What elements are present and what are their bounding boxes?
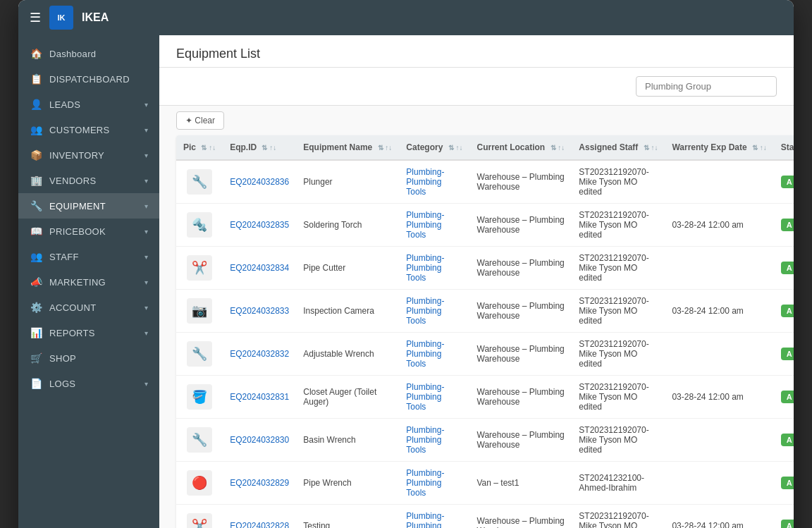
col-header-status: Statu ⇅ ↑↓ — [774, 135, 794, 160]
category-link-8[interactable]: Plumbing-Plumbing Tools — [406, 511, 444, 528]
sidebar-label-staff: STAFF — [49, 252, 137, 262]
cell-category-6[interactable]: Plumbing-Plumbing Tools — [399, 419, 469, 462]
cell-equipment_name-7: Pipe Wrench — [296, 462, 399, 505]
cell-status-0[interactable]: A — [774, 160, 794, 204]
sidebar-item-dispatchboard[interactable]: 📋 DISPATCHBOARD — [18, 66, 159, 92]
sidebar-item-pricebook[interactable]: 📖 PRICEBOOK ▾ — [18, 219, 159, 244]
pricebook-icon: 📖 — [30, 226, 42, 237]
equipment-pic-3: 📷 — [187, 298, 212, 324]
table-row[interactable]: 🔧EQ2024032836PlungerPlumbing-Plumbing To… — [176, 160, 794, 204]
sidebar-label-account: ACCOUNT — [49, 302, 137, 313]
table-row[interactable]: 🔧EQ2024032830Basin WrenchPlumbing-Plumbi… — [176, 419, 794, 462]
table-row[interactable]: ✂️EQ2024032834Pipe CutterPlumbing-Plumbi… — [176, 247, 794, 290]
table-row[interactable]: 🪣EQ2024032831Closet Auger (Toilet Auger)… — [176, 376, 794, 419]
chevron-marketing-icon: ▾ — [144, 278, 148, 286]
table-row[interactable]: 📷EQ2024032833Inspection CameraPlumbing-P… — [176, 290, 794, 333]
cell-eqp_id-3[interactable]: EQ2024032833 — [223, 290, 296, 333]
sidebar-item-customers[interactable]: 👥 CUSTOMERS ▾ — [18, 117, 159, 142]
table-row[interactable]: 🔩EQ2024032835Soldering TorchPlumbing-Plu… — [176, 204, 794, 247]
sidebar-label-logs: LOGS — [49, 379, 137, 389]
filter-input[interactable] — [636, 76, 777, 97]
category-link-6[interactable]: Plumbing-Plumbing Tools — [406, 425, 444, 455]
cell-category-1[interactable]: Plumbing-Plumbing Tools — [399, 204, 469, 247]
chevron-customers-icon: ▾ — [144, 126, 148, 134]
category-link-1[interactable]: Plumbing-Plumbing Tools — [406, 210, 444, 240]
cell-assigned_staff-0: ST202312192070-Mike Tyson MO edited — [572, 160, 665, 204]
category-link-4[interactable]: Plumbing-Plumbing Tools — [406, 339, 444, 369]
cell-eqp_id-8[interactable]: EQ2024032828 — [223, 505, 296, 529]
sidebar-item-vendors[interactable]: 🏢 VENDORS ▾ — [18, 168, 159, 193]
sort-icon-category[interactable]: ⇅ ↑↓ — [448, 144, 463, 152]
category-link-5[interactable]: Plumbing-Plumbing Tools — [406, 382, 444, 412]
sort-icon-equipment_name[interactable]: ⇅ ↑↓ — [378, 144, 393, 152]
cell-status-2[interactable]: A — [774, 247, 794, 290]
col-header-category: Category ⇅ ↑↓ — [399, 135, 469, 160]
clear-button[interactable]: ✦ Clear — [176, 111, 224, 130]
category-link-0[interactable]: Plumbing-Plumbing Tools — [406, 167, 444, 197]
cell-eqp_id-4[interactable]: EQ2024032832 — [223, 333, 296, 376]
category-link-2[interactable]: Plumbing-Plumbing Tools — [406, 253, 444, 283]
menu-toggle[interactable]: ☰ — [30, 10, 41, 25]
cell-eqp_id-5[interactable]: EQ2024032831 — [223, 376, 296, 419]
sidebar-item-staff[interactable]: 👥 STAFF ▾ — [18, 244, 159, 269]
sort-icon-assigned_staff[interactable]: ⇅ ↑↓ — [644, 144, 658, 152]
cell-warranty_exp_date-3: 03-28-24 12:00 am — [665, 290, 773, 333]
sort-icon-warranty_exp_date[interactable]: ⇅ ↑↓ — [752, 144, 767, 152]
sidebar-item-leads[interactable]: 👤 LEADS ▾ — [18, 92, 159, 117]
cell-eqp_id-6[interactable]: EQ2024032830 — [223, 419, 296, 462]
table-row[interactable]: 🔧EQ2024032832Adjustable WrenchPlumbing-P… — [176, 333, 794, 376]
cell-equipment_name-6: Basin Wrench — [296, 419, 399, 462]
chevron-inventory-icon: ▾ — [144, 152, 148, 159]
cell-category-8[interactable]: Plumbing-Plumbing Tools — [399, 505, 469, 529]
cell-category-5[interactable]: Plumbing-Plumbing Tools — [399, 376, 469, 419]
sidebar-item-equipment[interactable]: 🔧 EQUIPMENT ▾ — [18, 193, 159, 219]
sort-icon-eqp_id[interactable]: ⇅ ↑↓ — [262, 144, 276, 152]
cell-status-8[interactable]: A — [774, 505, 794, 529]
chevron-staff-icon: ▾ — [144, 253, 148, 261]
sidebar-item-inventory[interactable]: 📦 INVENTORY ▾ — [18, 142, 159, 168]
sidebar-item-account[interactable]: ⚙️ ACCOUNT ▾ — [18, 295, 159, 320]
sidebar-item-logs[interactable]: 📄 LOGS ▾ — [18, 371, 159, 396]
category-link-3[interactable]: Plumbing-Plumbing Tools — [406, 296, 444, 326]
equipment-pic-8: ✂️ — [187, 513, 212, 528]
cell-status-1[interactable]: A — [774, 204, 794, 247]
cell-status-6[interactable]: A — [774, 419, 794, 462]
cell-assigned_staff-5: ST202312192070-Mike Tyson MO edited — [572, 376, 665, 419]
cell-status-7[interactable]: A — [774, 462, 794, 505]
cell-category-7[interactable]: Plumbing-Plumbing Tools — [399, 462, 469, 505]
sidebar-item-marketing[interactable]: 📣 MARKETING ▾ — [18, 269, 159, 295]
category-link-7[interactable]: Plumbing-Plumbing Tools — [406, 468, 444, 498]
sidebar-item-shop[interactable]: 🛒 SHOP — [18, 345, 159, 371]
chevron-logs-icon: ▾ — [144, 380, 148, 388]
cell-current_location-6: Warehouse – Plumbing Warehouse — [470, 419, 572, 462]
cell-assigned_staff-8: ST202312192070-Mike Tyson MO edited — [572, 505, 665, 529]
cell-status-4[interactable]: A — [774, 333, 794, 376]
sort-icon-pic[interactable]: ⇅ ↑↓ — [201, 144, 216, 152]
sidebar-label-customers: CUSTOMERS — [49, 125, 137, 135]
cell-eqp_id-1[interactable]: EQ2024032835 — [223, 204, 296, 247]
cell-eqp_id-7[interactable]: EQ2024032829 — [223, 462, 296, 505]
cell-category-0[interactable]: Plumbing-Plumbing Tools — [399, 160, 469, 204]
cell-status-5[interactable]: A — [774, 376, 794, 419]
sidebar-item-dashboard[interactable]: 🏠 Dashboard — [18, 41, 159, 66]
equipment-icon: 🔧 — [30, 200, 42, 211]
cell-category-3[interactable]: Plumbing-Plumbing Tools — [399, 290, 469, 333]
cell-category-4[interactable]: Plumbing-Plumbing Tools — [399, 333, 469, 376]
col-header-equipment_name: Equipment Name ⇅ ↑↓ — [296, 135, 399, 160]
cell-status-3[interactable]: A — [774, 290, 794, 333]
cell-current_location-5: Warehouse – Plumbing Warehouse — [470, 376, 572, 419]
cell-eqp_id-0[interactable]: EQ2024032836 — [223, 160, 296, 204]
sort-icon-current_location[interactable]: ⇅ ↑↓ — [550, 144, 565, 152]
browser-window: ☰ IK IKEA 🏠 Dashboard 📋 DISPATCHBOARD 👤 … — [18, 0, 794, 528]
cell-eqp_id-2[interactable]: EQ2024032834 — [223, 247, 296, 290]
cell-equipment_name-3: Inspection Camera — [296, 290, 399, 333]
sidebar: 🏠 Dashboard 📋 DISPATCHBOARD 👤 LEADS ▾ 👥 … — [18, 35, 159, 528]
table-row[interactable]: 🔴EQ2024032829Pipe WrenchPlumbing-Plumbin… — [176, 462, 794, 505]
sidebar-label-leads: LEADS — [49, 99, 137, 110]
marketing-icon: 📣 — [30, 276, 42, 288]
table-row[interactable]: ✂️EQ2024032828TestingPlumbing-Plumbing T… — [176, 505, 794, 529]
status-badge-4: A — [781, 348, 794, 360]
sidebar-item-reports[interactable]: 📊 REPORTS ▾ — [18, 320, 159, 345]
cell-category-2[interactable]: Plumbing-Plumbing Tools — [399, 247, 469, 290]
cell-assigned_staff-2: ST202312192070-Mike Tyson MO edited — [572, 247, 665, 290]
